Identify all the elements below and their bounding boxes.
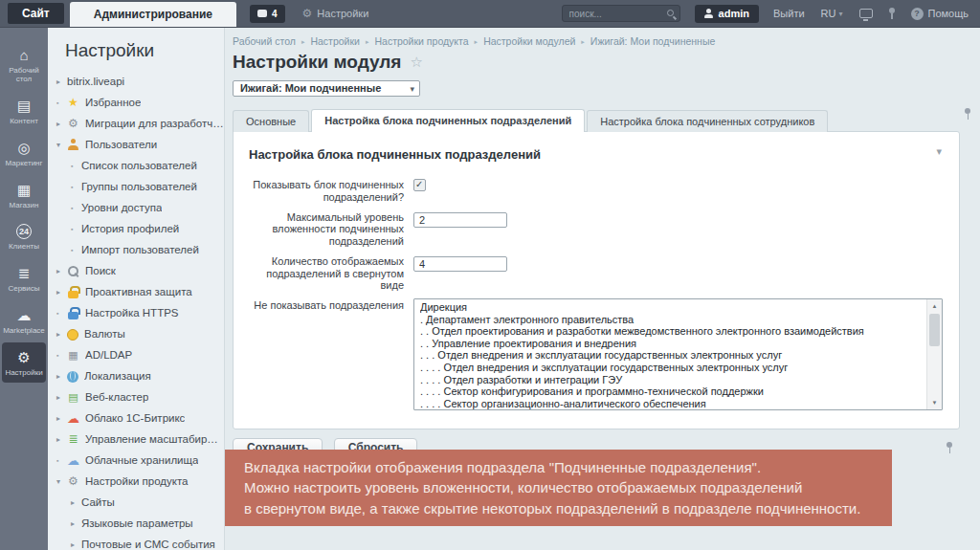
max-depth-input[interactable] — [413, 212, 507, 228]
sidebar-item-label: bitrix.liveapi — [67, 76, 124, 87]
sidebar-menu-item-8[interactable]: ▪Импорт пользователей — [48, 239, 224, 260]
sidebar-menu-item-14[interactable]: ▸Локализация — [48, 365, 224, 386]
iconbar-item-shop[interactable]: ▦Магазин — [2, 175, 46, 215]
sidebar-menu-item-5[interactable]: ▪Группы пользователей — [48, 176, 224, 197]
listbox-option[interactable]: . . . . Сектор конфигурирования и програ… — [420, 385, 921, 398]
sidebar-menu-item-12[interactable]: ▸Валюты — [48, 323, 224, 344]
listbox-option[interactable]: . . . . Сектор организационно-аналитичес… — [420, 398, 921, 410]
sidebar-item-label: Почтовые и СМС события — [81, 539, 215, 550]
breadcrumb-item[interactable]: Рабочий стол — [233, 35, 296, 47]
search-icon[interactable] — [667, 10, 674, 16]
iconbar-item-clients[interactable]: 24Клиенты — [2, 217, 46, 256]
sidebar-menu-item-21[interactable]: ▸Языковые параметры — [48, 513, 224, 534]
expand-arrow-icon[interactable]: ▸ — [56, 435, 67, 444]
topbar-settings-button[interactable]: ⚙ Настройки — [302, 8, 369, 19]
sidebar-item-label: Список пользователей — [81, 160, 197, 171]
iconbar-item-marketing[interactable]: ◎Маркетинг — [2, 133, 46, 173]
module-select[interactable]: Ижигай: Мои подчиненные — [233, 80, 420, 97]
site-button[interactable]: Сайт — [8, 3, 64, 24]
expand-arrow-icon[interactable]: ▸ — [71, 498, 81, 507]
sidebar-menu-item-11[interactable]: ▪Настройка HTTPS — [48, 302, 224, 323]
iconbar-item-services[interactable]: ≣Сервисы — [2, 258, 46, 298]
expand-arrow-icon[interactable]: ▸ — [71, 540, 81, 549]
notifications-button[interactable]: 4 — [250, 5, 285, 23]
breadcrumb-item[interactable]: Настройки продукта — [374, 35, 468, 47]
sidebar-menu-item-20[interactable]: ▸Сайты — [48, 492, 224, 513]
expand-arrow-icon[interactable]: ▸ — [56, 372, 67, 381]
tab-0[interactable]: Основные — [233, 110, 309, 132]
admin-tab[interactable]: Администрирование — [70, 2, 236, 27]
sidebar-menu-item-18[interactable]: ▪☁Облачные хранилища — [48, 450, 224, 471]
tab-2[interactable]: Настройка блока подчиненных сотрудников — [587, 110, 828, 132]
logout-button[interactable]: Выйти — [773, 8, 805, 19]
listbox-option[interactable]: . . . . Отдел разработки и интеграции ГЭ… — [420, 374, 921, 386]
bullet-icon: ▪ — [71, 247, 81, 253]
listbox-option[interactable]: . . Отдел проектирования и разработки ме… — [420, 325, 921, 338]
collapse-chevron-icon[interactable]: ▾ — [936, 145, 942, 158]
expand-arrow-icon[interactable]: ▸ — [56, 120, 67, 128]
expand-arrow-icon[interactable]: ▸ — [56, 414, 67, 423]
clients-icon: 24 — [16, 224, 32, 239]
departments-listbox[interactable]: Дирекция. Департамент электронного прави… — [413, 298, 943, 410]
show-block-checkbox[interactable] — [413, 179, 426, 191]
breadcrumb-item[interactable]: Настройки — [310, 35, 360, 47]
chevron-down-icon: ▾ — [838, 10, 842, 18]
settings-panel: Настройка блока подчиненных подразделени… — [233, 131, 960, 429]
listbox-option[interactable]: . . . . Отдел внедрения и эксплуатации г… — [420, 362, 921, 374]
iconbar-item-settings[interactable]: ⚙Настройки — [2, 342, 46, 383]
iconbar-item-marketplace[interactable]: ☁Marketplace — [2, 300, 46, 341]
listbox-option[interactable]: . Департамент электронного правительства — [420, 314, 921, 326]
gear-icon: ⚙ — [302, 8, 313, 19]
iconbar-item-content[interactable]: ▤Контент — [2, 91, 46, 131]
sidebar-menu-item-10[interactable]: ▸Проактивная защита — [48, 281, 224, 302]
listbox-option[interactable]: . . . Отдел внедрения и эксплуатации гос… — [420, 349, 921, 362]
expand-arrow-icon[interactable]: ▸ — [56, 393, 67, 402]
sidebar-menu-item-0[interactable]: ▸bitrix.liveapi — [48, 71, 224, 92]
sidebar-item-label: Валюты — [84, 328, 125, 340]
expand-arrow-icon[interactable]: ▸ — [56, 267, 67, 275]
sidebar-menu-item-19[interactable]: ▾⚙Настройки продукта — [48, 471, 224, 492]
sidebar-menu-item-17[interactable]: ▸≣Управление масштабированием — [48, 429, 224, 450]
scroll-down-icon[interactable]: ▼ — [932, 396, 938, 409]
pin-icon[interactable] — [945, 442, 954, 454]
search-input[interactable] — [563, 6, 679, 21]
sidebar-menu-item-6[interactable]: ▪Уровни доступа — [48, 197, 224, 218]
iconbar-item-desktop[interactable]: ⌂Рабочий стол — [2, 40, 46, 89]
coin-icon — [67, 329, 78, 341]
expand-arrow-icon[interactable]: ▸ — [56, 330, 67, 339]
help-button[interactable]: ? Помощь — [911, 8, 969, 20]
sidebar-menu-item-2[interactable]: ▸⚙Миграции для разработчиков — [48, 113, 224, 134]
sidebar-menu-item-16[interactable]: ▸☁Облако 1С-Битрикс — [48, 407, 224, 429]
breadcrumb-item[interactable]: Настройки модулей — [483, 35, 575, 47]
settings-sidebar: Настройки ▸bitrix.liveapi▪★Избранное▸⚙Ми… — [48, 28, 225, 550]
listbox-option[interactable]: Дирекция — [420, 301, 921, 314]
iconbar-item-label: Настройки — [2, 368, 46, 377]
user-button[interactable]: admin — [695, 5, 759, 23]
breadcrumb-separator-icon: ▸ — [366, 38, 369, 45]
sidebar-menu-item-9[interactable]: ▸Поиск — [48, 260, 224, 281]
sidebar-menu-item-7[interactable]: ▪История профилей — [48, 218, 224, 239]
sidebar-menu-item-13[interactable]: ▪▦AD/LDAP — [48, 344, 224, 365]
expand-arrow-icon[interactable]: ▸ — [71, 519, 81, 528]
desktop-icon: ⌂ — [19, 47, 28, 63]
expand-arrow-icon[interactable]: ▸ — [56, 77, 67, 86]
sidebar-menu-item-1[interactable]: ▪★Избранное — [48, 92, 224, 113]
expand-arrow-icon[interactable]: ▾ — [56, 141, 67, 149]
sidebar-menu-item-15[interactable]: ▸▤Веб-кластер — [48, 386, 224, 407]
scroll-up-icon[interactable]: ▲ — [932, 299, 938, 313]
expand-arrow-icon[interactable]: ▸ — [56, 288, 67, 297]
scrollbar-thumb[interactable] — [929, 314, 940, 346]
sidebar-menu-item-4[interactable]: ▪Список пользователей — [48, 155, 224, 176]
sidebar-menu-item-3[interactable]: ▾Пользователи — [48, 134, 224, 155]
left-icon-bar: ⌂Рабочий стол▤Контент◎Маркетинг▦Магазин2… — [0, 28, 48, 550]
sidebar-menu-item-22[interactable]: ▸Почтовые и СМС события — [48, 534, 224, 550]
tab-1[interactable]: Настройка блока подчиненных подразделени… — [311, 109, 585, 132]
favorite-star-icon[interactable]: ☆ — [410, 54, 422, 71]
language-selector[interactable]: RU ▾ — [821, 8, 843, 19]
language-value: RU — [821, 8, 836, 19]
pin-icon[interactable] — [887, 8, 897, 20]
expand-arrow-icon[interactable]: ▾ — [56, 477, 67, 486]
collapsed-count-input[interactable] — [413, 256, 507, 272]
desktop-app-icon[interactable] — [859, 9, 873, 18]
listbox-option[interactable]: . . Управление проектирования и внедрени… — [420, 338, 921, 350]
